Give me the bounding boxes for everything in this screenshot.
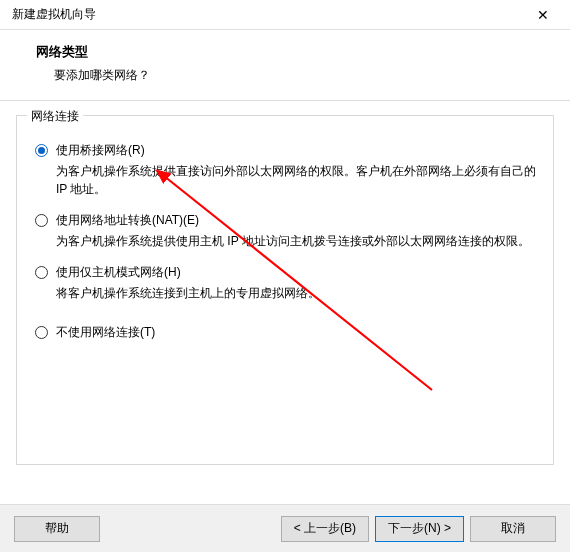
footer: 帮助 < 上一步(B) 下一步(N) > 取消 [0, 504, 570, 552]
option-label: 使用网络地址转换(NAT)(E) [56, 212, 199, 228]
option-bridged[interactable]: 使用桥接网络(R) 为客户机操作系统提供直接访问外部以太网网络的权限。客户机在外… [31, 142, 539, 198]
cancel-button[interactable]: 取消 [470, 516, 556, 542]
option-label: 使用桥接网络(R) [56, 142, 145, 158]
option-label: 不使用网络连接(T) [56, 324, 155, 340]
radio-icon[interactable] [35, 214, 48, 227]
option-description: 将客户机操作系统连接到主机上的专用虚拟网络。 [56, 284, 539, 302]
radio-icon[interactable] [35, 266, 48, 279]
next-button[interactable]: 下一步(N) > [375, 516, 464, 542]
option-label: 使用仅主机模式网络(H) [56, 264, 181, 280]
option-host-only[interactable]: 使用仅主机模式网络(H) 将客户机操作系统连接到主机上的专用虚拟网络。 [31, 264, 539, 302]
option-description: 为客户机操作系统提供使用主机 IP 地址访问主机拨号连接或外部以太网网络连接的权… [56, 232, 539, 250]
page-title: 网络类型 [36, 44, 546, 61]
group-legend: 网络连接 [27, 108, 83, 125]
wizard-header: 网络类型 要添加哪类网络？ [0, 30, 570, 101]
radio-icon[interactable] [35, 326, 48, 339]
content-area: 网络连接 使用桥接网络(R) 为客户机操作系统提供直接访问外部以太网网络的权限。… [0, 101, 570, 475]
page-subtitle: 要添加哪类网络？ [54, 67, 546, 84]
option-description: 为客户机操作系统提供直接访问外部以太网网络的权限。客户机在外部网络上必须有自己的… [56, 162, 539, 198]
network-connection-group: 网络连接 使用桥接网络(R) 为客户机操作系统提供直接访问外部以太网网络的权限。… [16, 115, 554, 465]
option-nat[interactable]: 使用网络地址转换(NAT)(E) 为客户机操作系统提供使用主机 IP 地址访问主… [31, 212, 539, 250]
back-button[interactable]: < 上一步(B) [281, 516, 369, 542]
titlebar: 新建虚拟机向导 ✕ [0, 0, 570, 30]
radio-icon[interactable] [35, 144, 48, 157]
close-button[interactable]: ✕ [526, 7, 560, 23]
window-title: 新建虚拟机向导 [12, 6, 96, 23]
option-no-network[interactable]: 不使用网络连接(T) [31, 324, 539, 340]
help-button[interactable]: 帮助 [14, 516, 100, 542]
